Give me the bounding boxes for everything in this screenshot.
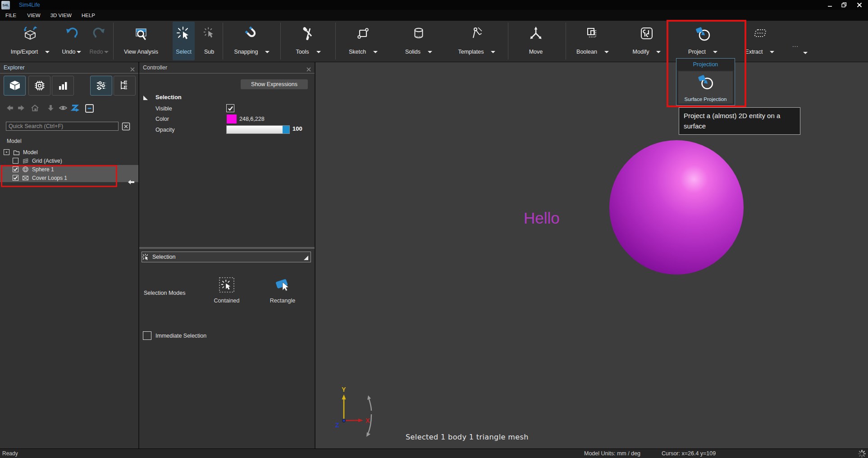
toolbar-overflow-button[interactable]: ... xyxy=(788,22,817,60)
explorer-title: Explorer xyxy=(4,64,25,71)
boolean-label: Boolean xyxy=(576,49,597,55)
dropdown-arrow-icon[interactable] xyxy=(803,52,808,54)
templates-button[interactable]: Templates xyxy=(449,22,505,60)
tree-checkbox[interactable] xyxy=(4,149,9,155)
dropdown-arrow-icon[interactable] xyxy=(713,51,717,53)
forward-icon[interactable] xyxy=(17,104,26,114)
opacity-slider-handle[interactable] xyxy=(283,126,289,133)
dropdown-arrow-icon[interactable] xyxy=(316,51,321,53)
surface-projection-item[interactable]: Surface Projection xyxy=(678,71,733,104)
tree-checkbox[interactable] xyxy=(13,175,18,181)
sketch-button[interactable]: Sketch xyxy=(339,22,388,60)
snapping-button[interactable]: Snapping xyxy=(225,22,279,60)
close-panel-icon[interactable] xyxy=(130,65,135,73)
impexport-button[interactable]: Imp/Export xyxy=(3,22,58,60)
dropdown-arrow-icon[interactable] xyxy=(491,51,495,53)
opacity-slider[interactable] xyxy=(226,125,290,134)
color-swatch[interactable] xyxy=(227,114,237,124)
dropdown-arrow-icon[interactable] xyxy=(604,51,609,53)
show-expressions-button[interactable]: Show Expressions xyxy=(241,79,308,89)
minimize-button[interactable] xyxy=(826,1,834,9)
dropdown-arrow-icon[interactable] xyxy=(770,51,774,53)
analysis-view-button[interactable] xyxy=(52,76,74,96)
move-label: Move xyxy=(529,49,543,55)
menubar: FILE VIEW 3D VIEW HELP xyxy=(0,10,868,21)
menu-file[interactable]: FILE xyxy=(5,13,17,18)
app-logo-icon: S4L xyxy=(1,1,10,9)
properties-view-button[interactable] xyxy=(90,76,112,96)
immediate-selection-checkbox[interactable] xyxy=(143,331,151,340)
import-export-icon xyxy=(23,26,38,43)
hierarchy-view-button[interactable] xyxy=(114,76,136,96)
restore-button[interactable] xyxy=(840,1,848,9)
move-button[interactable]: Move xyxy=(511,22,561,60)
redo-button[interactable]: Redo xyxy=(87,22,112,60)
visibility-eye-icon[interactable] xyxy=(59,104,68,114)
dropdown-arrow-icon[interactable] xyxy=(373,51,378,53)
tree-label[interactable]: Model xyxy=(23,149,38,156)
solids-button[interactable]: Solids xyxy=(394,22,443,60)
undo-button[interactable]: Undo xyxy=(59,22,85,60)
select-button[interactable]: Select xyxy=(173,22,195,60)
back-icon[interactable] xyxy=(5,104,14,114)
hello-text[interactable]: Hello xyxy=(524,209,560,227)
selection-tool-header[interactable]: Selection xyxy=(142,252,311,262)
project-button[interactable]: Project xyxy=(677,22,729,60)
goto-z-icon[interactable] xyxy=(71,104,81,114)
tools-button[interactable]: Tools xyxy=(283,22,333,60)
modify-button[interactable]: Modify xyxy=(622,22,672,60)
dropdown-arrow-icon[interactable] xyxy=(265,51,270,53)
search-clear-button[interactable] xyxy=(122,122,130,133)
dropdown-arrow-icon[interactable] xyxy=(428,51,432,53)
menu-3d-view[interactable]: 3D VIEW xyxy=(50,13,73,18)
grid-icon xyxy=(22,158,29,164)
sphere-model[interactable] xyxy=(609,140,744,275)
panel-splitter[interactable] xyxy=(139,247,315,249)
sub-cursor-icon xyxy=(202,26,216,41)
dropdown-arrow-icon[interactable] xyxy=(104,51,109,53)
tree-row-grid[interactable]: Grid (Active) xyxy=(0,156,138,165)
section-collapse-icon[interactable] xyxy=(143,96,148,100)
sketch-label: Sketch xyxy=(349,49,366,55)
modify-icon xyxy=(639,26,654,43)
tree-row-cover-loops[interactable]: Cover Loops 1 xyxy=(0,174,138,182)
simulation-view-button[interactable] xyxy=(28,76,50,96)
tree-label[interactable]: Grid (Active) xyxy=(32,158,62,164)
jump-to-item-icon[interactable] xyxy=(128,179,135,187)
dropdown-arrow-icon[interactable] xyxy=(77,51,81,53)
tree-label[interactable]: Sphere 1 xyxy=(32,166,54,173)
collapse-all-icon[interactable] xyxy=(85,104,94,115)
impexport-label: Imp/Export xyxy=(11,49,38,55)
sub-select-button[interactable]: Sub xyxy=(197,22,221,60)
collapse-corner-icon[interactable] xyxy=(304,256,308,260)
model-view-button[interactable] xyxy=(4,76,26,96)
mode-rectangle-button[interactable]: Rectangle xyxy=(264,277,302,304)
tree-checkbox[interactable] xyxy=(13,158,18,164)
view-analysis-button[interactable]: View Analysis xyxy=(115,22,167,60)
close-icon xyxy=(857,2,862,8)
menu-view[interactable]: VIEW xyxy=(26,13,41,18)
surface-projection-icon xyxy=(695,26,711,44)
close-panel-icon[interactable] xyxy=(306,65,311,73)
dropdown-arrow-icon[interactable] xyxy=(45,51,50,53)
tree-checkbox[interactable] xyxy=(13,166,18,172)
folder-icon xyxy=(13,149,20,156)
status-cursor-position: Cursor: x=26.4 y=109 xyxy=(662,450,716,457)
down-arrow-icon[interactable] xyxy=(47,104,55,114)
sub-label: Sub xyxy=(204,49,214,55)
tree-label[interactable]: Cover Loops 1 xyxy=(32,175,67,181)
boolean-button[interactable]: Boolean xyxy=(568,22,617,60)
axis-y-label: Y xyxy=(342,386,346,393)
search-input[interactable] xyxy=(6,122,119,131)
extract-icon xyxy=(751,26,769,43)
close-button[interactable] xyxy=(855,1,863,9)
tree-row-sphere[interactable]: Sphere 1 xyxy=(0,165,138,174)
extract-button[interactable]: Extract xyxy=(735,22,785,60)
dropdown-arrow-icon[interactable] xyxy=(656,51,661,53)
menu-help[interactable]: HELP xyxy=(81,13,96,18)
mode-contained-button[interactable]: Contained xyxy=(208,277,246,304)
cover-loops-icon xyxy=(22,175,29,181)
home-icon[interactable] xyxy=(31,104,39,114)
visible-checkbox[interactable] xyxy=(226,104,234,112)
tree-row-model[interactable]: Model xyxy=(0,148,138,156)
